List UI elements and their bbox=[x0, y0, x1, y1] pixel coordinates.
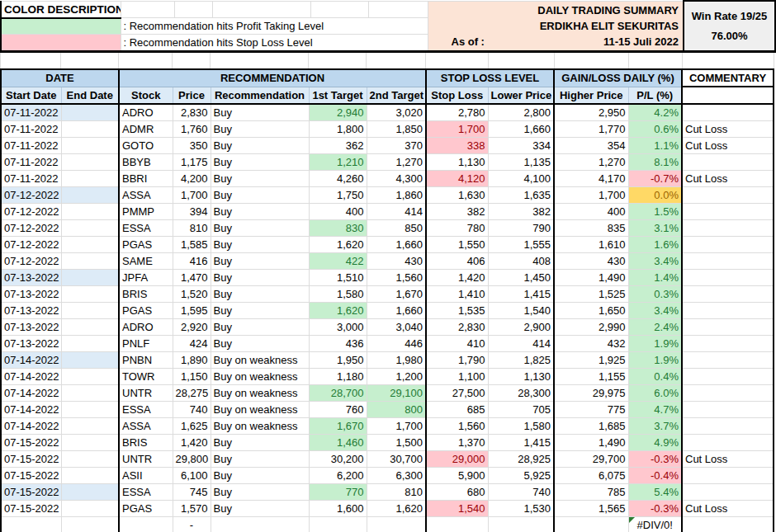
cell-stock[interactable]: SAME bbox=[119, 252, 173, 269]
cell-stop-loss[interactable]: 680 bbox=[426, 483, 488, 500]
column-header-start-date[interactable]: Start Date bbox=[1, 87, 61, 104]
cell-price[interactable]: 6,100 bbox=[173, 467, 211, 483]
cell-first-target[interactable]: 422 bbox=[309, 252, 367, 269]
cell-stock[interactable]: ESSA bbox=[119, 401, 173, 417]
cell-second-target[interactable]: 3,040 bbox=[367, 318, 426, 335]
cell-stock[interactable]: UNTR bbox=[119, 450, 173, 467]
cell-commentary[interactable] bbox=[682, 318, 774, 335]
cell-commentary[interactable] bbox=[682, 467, 774, 483]
cell-lower-price[interactable]: 408 bbox=[488, 252, 554, 269]
cell-second-target[interactable]: 800 bbox=[367, 401, 426, 417]
cell-lower-price[interactable]: 705 bbox=[488, 401, 554, 417]
cell-commentary[interactable] bbox=[682, 153, 774, 170]
cell-first-target[interactable]: 30,200 bbox=[309, 450, 367, 467]
cell-first-target[interactable]: 760 bbox=[309, 401, 367, 417]
cell-lower-price[interactable]: 28,925 bbox=[488, 450, 554, 467]
cell-start-date[interactable]: 07-15-2022 bbox=[1, 483, 61, 500]
cell-end-date[interactable] bbox=[61, 203, 119, 219]
empty-cell[interactable] bbox=[1, 516, 61, 532]
cell-commentary[interactable] bbox=[682, 335, 774, 351]
legend-title[interactable]: COLOR DESCRIPTION bbox=[1, 1, 121, 18]
cell-end-date[interactable] bbox=[61, 434, 119, 450]
empty-cell[interactable] bbox=[367, 516, 426, 532]
cell-higher-price[interactable]: 6,075 bbox=[554, 467, 628, 483]
empty-cell[interactable] bbox=[488, 53, 554, 68]
cell-first-target[interactable]: 400 bbox=[309, 203, 367, 219]
cell-stop-loss[interactable]: 410 bbox=[426, 335, 488, 351]
cell-price[interactable]: 1,700 bbox=[173, 186, 211, 203]
empty-cell[interactable] bbox=[212, 1, 310, 18]
cell-second-target[interactable]: 30,700 bbox=[367, 450, 426, 467]
column-header-first-target[interactable]: 1st Target bbox=[309, 87, 367, 104]
cell-higher-price[interactable]: 400 bbox=[554, 203, 628, 219]
cell-second-target[interactable]: 810 bbox=[367, 483, 426, 500]
empty-cell[interactable] bbox=[628, 53, 682, 68]
cell-higher-price[interactable]: 835 bbox=[554, 219, 628, 236]
cell-lower-price[interactable]: 1,540 bbox=[488, 302, 554, 318]
cell-first-target[interactable]: 1,670 bbox=[309, 417, 367, 434]
cell-price[interactable]: 740 bbox=[173, 401, 211, 417]
cell-end-date[interactable] bbox=[61, 500, 119, 516]
cell-price-dash[interactable]: - bbox=[173, 516, 211, 532]
cell-start-date[interactable]: 07-13-2022 bbox=[1, 318, 61, 335]
cell-price[interactable]: 350 bbox=[173, 137, 211, 153]
cell-higher-price[interactable]: 1,490 bbox=[554, 269, 628, 285]
column-header-stop-loss[interactable]: Stop Loss bbox=[426, 87, 488, 104]
cell-start-date[interactable]: 07-11-2022 bbox=[1, 170, 61, 186]
cell-price[interactable]: 1,595 bbox=[173, 302, 211, 318]
cell-stock[interactable]: BRIS bbox=[119, 434, 173, 450]
cell-price[interactable]: 1,890 bbox=[173, 351, 211, 368]
cell-second-target[interactable]: 6,300 bbox=[367, 467, 426, 483]
cell-recommendation[interactable]: Buy on weakness bbox=[211, 401, 309, 417]
cell-first-target[interactable]: 4,260 bbox=[309, 170, 367, 186]
cell-price[interactable]: 29,800 bbox=[173, 450, 211, 467]
cell-price[interactable]: 2,920 bbox=[173, 318, 211, 335]
cell-lower-price[interactable]: 1,825 bbox=[488, 351, 554, 368]
cell-end-date[interactable] bbox=[61, 285, 119, 302]
cell-stock[interactable]: TOWR bbox=[119, 368, 173, 384]
summary-block[interactable]: DAILY TRADING SUMMARY ERDIKHA ELIT SEKUR… bbox=[428, 1, 684, 52]
cell-second-target[interactable]: 1,660 bbox=[367, 236, 426, 252]
cell-first-target[interactable]: 1,210 bbox=[309, 153, 367, 170]
cell-pl-percent[interactable]: -0.3% bbox=[628, 500, 682, 516]
cell-price[interactable]: 416 bbox=[173, 252, 211, 269]
cell-pl-percent[interactable]: 1.5% bbox=[628, 203, 682, 219]
cell-commentary[interactable] bbox=[682, 401, 774, 417]
cell-stop-loss[interactable]: 685 bbox=[426, 401, 488, 417]
cell-stock[interactable]: ESSA bbox=[119, 219, 173, 236]
cell-first-target[interactable]: 3,000 bbox=[309, 318, 367, 335]
cell-lower-price[interactable]: 1,555 bbox=[488, 236, 554, 252]
cell-end-date[interactable] bbox=[61, 450, 119, 467]
cell-higher-price[interactable]: 1,155 bbox=[554, 368, 628, 384]
cell-stop-loss[interactable]: 1,130 bbox=[426, 153, 488, 170]
cell-recommendation[interactable]: Buy bbox=[211, 483, 309, 500]
cell-stock[interactable]: ASII bbox=[119, 467, 173, 483]
cell-second-target[interactable]: 1,850 bbox=[367, 120, 426, 137]
cell-higher-price[interactable]: 29,975 bbox=[554, 384, 628, 401]
cell-second-target[interactable]: 446 bbox=[367, 335, 426, 351]
empty-cell[interactable] bbox=[368, 1, 428, 18]
cell-end-date[interactable] bbox=[61, 236, 119, 252]
column-header-second-target[interactable]: 2nd Target bbox=[367, 87, 426, 104]
cell-first-target[interactable]: 1,460 bbox=[309, 434, 367, 450]
cell-first-target[interactable]: 1,180 bbox=[309, 368, 367, 384]
cell-second-target[interactable]: 1,200 bbox=[367, 368, 426, 384]
cell-stock[interactable]: ADMR bbox=[119, 120, 173, 137]
group-header-date[interactable]: DATE bbox=[1, 69, 119, 87]
cell-lower-price[interactable]: 1,130 bbox=[488, 368, 554, 384]
cell-pl-percent[interactable]: 0.4% bbox=[628, 368, 682, 384]
empty-cell[interactable] bbox=[119, 516, 173, 532]
cell-pl-percent[interactable]: 8.1% bbox=[628, 153, 682, 170]
cell-recommendation[interactable]: Buy bbox=[211, 186, 309, 203]
cell-stock[interactable]: ADRO bbox=[119, 318, 173, 335]
cell-start-date[interactable]: 07-14-2022 bbox=[1, 417, 61, 434]
cell-end-date[interactable] bbox=[61, 219, 119, 236]
cell-recommendation[interactable]: Buy bbox=[211, 500, 309, 516]
cell-recommendation[interactable]: Buy bbox=[211, 203, 309, 219]
cell-commentary[interactable] bbox=[682, 269, 774, 285]
cell-start-date[interactable]: 07-14-2022 bbox=[1, 368, 61, 384]
cell-first-target[interactable]: 362 bbox=[309, 137, 367, 153]
cell-stop-loss[interactable]: 1,630 bbox=[426, 186, 488, 203]
cell-lower-price[interactable]: 414 bbox=[488, 335, 554, 351]
cell-commentary[interactable] bbox=[682, 351, 774, 368]
